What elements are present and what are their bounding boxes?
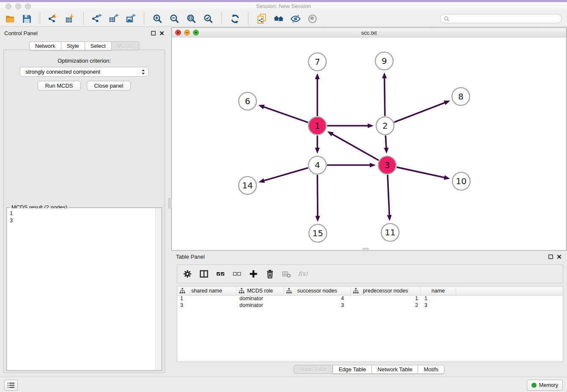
tab-edge-table[interactable]: Edge Table	[333, 365, 372, 374]
column-header-predecessor-nodes[interactable]: predecessor nodes	[351, 287, 421, 295]
edge-arrow-1-6	[258, 105, 264, 109]
node-label: 10	[456, 176, 466, 186]
search-input[interactable]	[451, 15, 558, 22]
split-view-icon[interactable]	[199, 269, 209, 279]
export-network-icon[interactable]	[91, 13, 103, 25]
export-table-icon[interactable]	[108, 13, 120, 25]
zoom-in-icon[interactable]	[152, 13, 163, 25]
node-9[interactable]: 9	[375, 52, 393, 70]
eye-disabled-icon[interactable]	[307, 13, 318, 25]
node-label: 2	[383, 121, 388, 131]
open-file-icon[interactable]	[4, 13, 16, 25]
close-panel-button[interactable]: Close panel	[87, 81, 131, 91]
node-4[interactable]: 4	[308, 156, 326, 174]
search-box[interactable]	[440, 14, 562, 23]
table-cell: 3	[421, 302, 456, 309]
node-10[interactable]: 10	[452, 172, 470, 190]
function-builder-icon[interactable]: f(x)	[298, 269, 308, 279]
table-panel-title: Table Panel	[176, 254, 205, 260]
column-header-name[interactable]: name	[421, 287, 456, 295]
select-all-icon[interactable]	[215, 269, 226, 279]
panel-splitter-grip[interactable]	[168, 198, 172, 208]
titlebar: Session: New Session	[0, 2, 567, 11]
save-session-icon[interactable]	[21, 13, 33, 25]
mcds-result-area[interactable]: 13	[7, 208, 161, 370]
network-graph: 7968124314101511	[172, 38, 566, 250]
node-label: 7	[315, 57, 320, 67]
delete-column-icon[interactable]	[265, 269, 275, 279]
node-8[interactable]: 8	[452, 88, 470, 105]
tab-select[interactable]: Select	[85, 41, 112, 50]
edge-4-15[interactable]	[317, 175, 318, 217]
node-1[interactable]: 1	[308, 117, 326, 135]
edge-3-1[interactable]	[332, 134, 379, 160]
import-network-icon[interactable]	[48, 13, 59, 25]
task-history-button[interactable]	[4, 380, 18, 391]
dropdown-chevrons-icon	[141, 69, 146, 75]
edge-2-9[interactable]	[385, 77, 385, 116]
zoom-fit-icon[interactable]	[186, 13, 197, 25]
table-body: 1dominator4113dominator323	[177, 295, 563, 309]
node-3[interactable]: 3	[378, 156, 396, 174]
status-bar: Memory	[0, 377, 567, 392]
edge-2-3[interactable]	[385, 135, 386, 149]
tab-network-table[interactable]: Network Table	[372, 365, 418, 374]
memory-button[interactable]: Memory	[527, 380, 563, 391]
tab-mcds[interactable]: MCDS	[112, 41, 139, 50]
delete-table-icon[interactable]	[281, 269, 292, 279]
node-2[interactable]: 2	[376, 117, 394, 135]
edge-1-6[interactable]	[263, 107, 308, 122]
zoom-out-icon[interactable]	[169, 13, 180, 25]
network-view-window: scc.txt 7968124314101511	[171, 28, 567, 251]
edge-3-11[interactable]	[388, 175, 389, 216]
node-7[interactable]: 7	[308, 53, 326, 71]
node-11[interactable]: 11	[381, 224, 399, 241]
search-icon	[444, 16, 449, 22]
table-row[interactable]: 3dominator323	[177, 302, 563, 309]
table-row[interactable]: 1dominator411	[177, 295, 563, 302]
run-mcds-button[interactable]: Run MCDS	[38, 81, 81, 91]
criterion-dropdown[interactable]: strongly connected component	[20, 67, 149, 77]
column-header-successor-nodes[interactable]: successor nodes	[284, 287, 351, 295]
zoom-selected-icon[interactable]	[203, 13, 214, 25]
tab-network[interactable]: Network	[29, 41, 61, 50]
edge-arrow-4-14	[259, 178, 265, 183]
import-table-icon[interactable]	[65, 13, 76, 25]
add-column-icon[interactable]	[248, 269, 259, 279]
deselect-all-icon[interactable]	[232, 269, 242, 279]
tab-motifs[interactable]: Motifs	[418, 365, 444, 374]
close-panel-icon[interactable]	[160, 31, 164, 36]
node-14[interactable]: 14	[239, 177, 256, 194]
mcds-panel: Optimization criterion: strongly connect…	[3, 50, 165, 373]
show-hide-graphics-icon[interactable]	[290, 13, 301, 25]
float-table-panel-icon[interactable]	[548, 254, 553, 259]
horizontal-splitter-grip[interactable]	[363, 248, 369, 251]
mcds-result-box: MCDS result (2 nodes) 13	[6, 207, 162, 371]
tab-style[interactable]: Style	[61, 41, 85, 50]
control-panel: Control Panel NetworkStyleSelectMCDS Opt…	[1, 28, 168, 375]
edge-3-10[interactable]	[396, 167, 445, 178]
node-15[interactable]: 15	[309, 224, 327, 242]
float-panel-icon[interactable]	[151, 31, 156, 36]
edge-2-8[interactable]	[394, 102, 445, 122]
list-icon	[8, 382, 14, 388]
node-label: 8	[458, 91, 464, 102]
close-table-panel-icon[interactable]	[557, 254, 561, 259]
duplicate-network-icon[interactable]	[256, 13, 267, 25]
result-scrollbar[interactable]	[155, 208, 161, 370]
edge-4-14[interactable]	[263, 168, 308, 181]
edge-arrow-3-1	[328, 131, 334, 136]
network-window-titlebar[interactable]: scc.txt	[172, 28, 566, 38]
column-header-mcds-role[interactable]: MCDS role	[237, 287, 284, 295]
refresh-icon[interactable]	[229, 13, 241, 25]
toolbar-divider	[83, 13, 84, 25]
export-image-icon[interactable]	[125, 13, 137, 25]
networks-home-icon[interactable]	[273, 13, 284, 25]
table-panel-tabs: Node TableEdge TableNetwork TableMotifs	[171, 365, 567, 374]
tab-node-table[interactable]: Node Table	[294, 365, 333, 374]
network-canvas[interactable]: 7968124314101511	[172, 38, 566, 250]
settings-icon[interactable]	[182, 269, 193, 279]
table-toolbar: f(x)	[177, 265, 563, 283]
node-6[interactable]: 6	[239, 92, 256, 110]
column-header-shared-name[interactable]: shared name	[177, 287, 237, 295]
